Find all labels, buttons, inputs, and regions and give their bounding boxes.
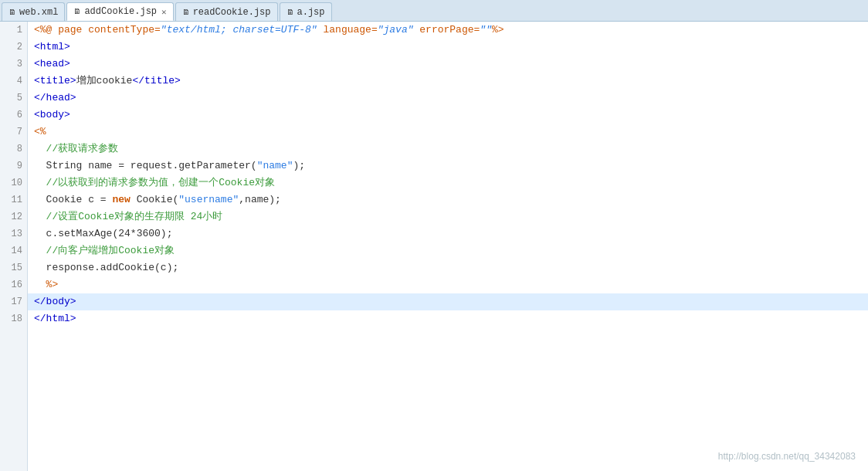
- line-number: 12: [0, 208, 27, 225]
- line-number: 3: [0, 56, 27, 73]
- tab-web-xml[interactable]: 🗎web.xml: [2, 2, 65, 21]
- line-number: 10: [0, 175, 27, 191]
- line-number: 15: [0, 259, 27, 276]
- code-line: <head>: [28, 56, 868, 73]
- file-icon: 🗎: [8, 8, 16, 17]
- tab-label: a.jsp: [297, 7, 325, 18]
- editor: 123456789101112131415161718 <%@ page con…: [0, 22, 868, 471]
- line-number: 8: [0, 141, 27, 158]
- tab-a-jsp[interactable]: 🗎a.jsp: [280, 2, 332, 21]
- code-line: <html>: [28, 39, 868, 56]
- code-line: Cookie c = new Cookie("username",name);: [28, 191, 868, 208]
- line-number: 17: [0, 293, 27, 310]
- tab-label: readCookie.jsp: [193, 7, 271, 18]
- line-number: 9: [0, 158, 27, 175]
- tab-close-button[interactable]: ✕: [161, 7, 167, 17]
- line-number: 14: [0, 242, 27, 259]
- line-number: 2: [0, 39, 27, 56]
- code-line: //向客户端增加Cookie对象: [28, 242, 868, 259]
- line-number: 11: [0, 191, 27, 208]
- line-number: 1: [0, 22, 27, 39]
- code-lines: <%@ page contentType="text/html; charset…: [28, 22, 868, 471]
- code-line: <title>增加cookie</title>: [28, 73, 868, 90]
- code-line: c.setMaxAge(24*3600);: [28, 225, 868, 242]
- line-number: 16: [0, 276, 27, 293]
- code-line: //获取请求参数: [28, 141, 868, 158]
- code-line: String name = request.getParameter("name…: [28, 158, 868, 175]
- tab-readCookie-jsp[interactable]: 🗎readCookie.jsp: [175, 2, 278, 21]
- line-number: 6: [0, 107, 27, 124]
- line-number: 13: [0, 225, 27, 242]
- watermark: http://blog.csdn.net/qq_34342083: [718, 451, 856, 462]
- code-line: <%: [28, 124, 868, 141]
- code-line: </body>: [28, 293, 868, 310]
- code-line: <%@ page contentType="text/html; charset…: [28, 22, 868, 39]
- file-icon: 🗎: [182, 8, 190, 17]
- tab-addCookie-jsp[interactable]: 🗎addCookie.jsp✕: [66, 2, 173, 21]
- tab-label: addCookie.jsp: [84, 6, 157, 17]
- code-line: response.addCookie(c);: [28, 259, 868, 276]
- file-icon: 🗎: [287, 8, 294, 17]
- code-line: </html>: [28, 310, 868, 327]
- line-number: 18: [0, 310, 27, 327]
- code-line: //以获取到的请求参数为值，创建一个Cookie对象: [28, 175, 868, 191]
- code-line: <body>: [28, 107, 868, 124]
- code-line: %>: [28, 276, 868, 293]
- code-line: </head>: [28, 90, 868, 107]
- tab-label: web.xml: [19, 7, 58, 18]
- code-line: //设置Cookie对象的生存期限 24小时: [28, 208, 868, 225]
- line-number: 7: [0, 124, 27, 141]
- line-number: 4: [0, 73, 27, 90]
- line-number: 5: [0, 90, 27, 107]
- line-numbers: 123456789101112131415161718: [0, 22, 28, 471]
- file-icon: 🗎: [73, 7, 81, 16]
- tab-bar: 🗎web.xml🗎addCookie.jsp✕🗎readCookie.jsp🗎a…: [0, 0, 868, 22]
